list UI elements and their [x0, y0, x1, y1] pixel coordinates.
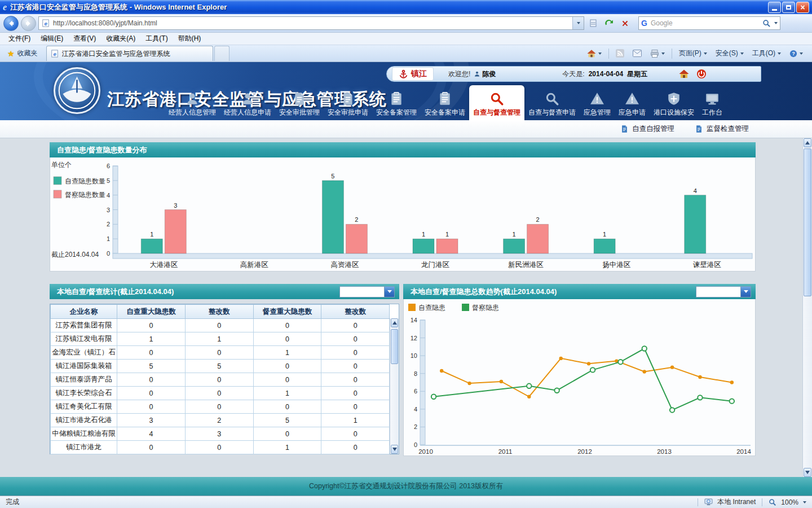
address-dropdown-button[interactable]	[572, 17, 584, 29]
svg-text:高资港区: 高资港区	[330, 261, 359, 269]
menu-edit[interactable]: 编辑(E)	[36, 33, 68, 45]
nav-item-label: 自查与督查管理	[473, 108, 520, 117]
content-scroll-down-button[interactable]	[804, 468, 811, 477]
port-authority-logo	[54, 67, 100, 114]
nav-item-8[interactable]: 自查与督查申请	[524, 85, 580, 120]
nav-item-12[interactable]: 工作台	[698, 85, 726, 120]
table-panel-header: 本地自查/督查统计(截止2014.04.04)	[50, 284, 399, 299]
table-row: 中储粮镇江粮油有限4300	[51, 427, 390, 441]
nav-item-9[interactable]: 应急管理	[580, 85, 615, 120]
svg-text:3: 3	[174, 202, 177, 209]
nav-item-1[interactable]: 经营人信息管理	[165, 85, 220, 120]
tools-menu-button[interactable]: 工具(O)	[749, 47, 784, 60]
table-scrollbar-thumb[interactable]	[391, 329, 398, 364]
read-mail-button[interactable]	[629, 48, 645, 59]
person-icon	[185, 91, 200, 106]
svg-text:1: 1	[445, 231, 449, 238]
nav-item-label: 经营人信息申请	[224, 108, 271, 117]
monitor-icon	[705, 91, 720, 106]
table-filter-select[interactable]	[339, 286, 395, 297]
window-titlebar: e 江苏省港口安全监管与应急管理系统 - Windows Internet Ex…	[0, 0, 812, 14]
help-menu-button[interactable]: ?	[786, 48, 806, 59]
svg-text:2: 2	[355, 216, 358, 223]
nav-item-label: 自查与督查申请	[528, 108, 576, 117]
page-footer: Copyright©江苏省交通规划设计院股份有限公司 2013版权所有	[0, 477, 812, 496]
current-weekday: 星期五	[627, 69, 647, 79]
back-button[interactable]	[3, 16, 19, 31]
chevron-down-icon[interactable]	[740, 287, 751, 297]
nav-item-7[interactable]: 自查与督查管理	[469, 85, 524, 120]
subnav-item-2[interactable]: 监督检查管理	[695, 124, 749, 134]
feeds-button[interactable]	[612, 47, 628, 59]
svg-text:0: 0	[414, 441, 417, 448]
table-panel-title: 本地自查/督查统计(截止2014.04.04)	[57, 287, 174, 297]
nav-item-11[interactable]: 港口设施保安	[650, 85, 698, 120]
safety-menu-button[interactable]: 安全(S)	[712, 47, 747, 60]
subnav-item-1[interactable]: 自查自报管理	[620, 124, 674, 134]
table-scrollbar[interactable]	[390, 318, 399, 454]
svg-text:e: e	[53, 51, 56, 57]
bar-chart: 单位个自查隐患数量督察隐患数量截止2014.04.040123456大港港区13…	[50, 157, 756, 271]
print-button[interactable]	[647, 47, 668, 60]
home-icon	[587, 49, 596, 58]
new-tab-stub[interactable]	[214, 46, 230, 61]
svg-text:12: 12	[411, 335, 417, 341]
svg-text:大港港区: 大港港区	[149, 261, 178, 269]
content-scrollbar-thumb[interactable]	[804, 148, 811, 296]
content-scroll-up-button[interactable]	[804, 138, 811, 147]
svg-text:3: 3	[107, 207, 110, 213]
nav-item-6[interactable]: 安全备案申请	[421, 85, 469, 120]
menu-view[interactable]: 查看(V)	[68, 33, 101, 45]
table-row: 江苏索普集团有限0000	[51, 319, 390, 332]
forward-button[interactable]	[21, 16, 36, 31]
logout-power-icon[interactable]	[696, 69, 707, 79]
compatibility-view-button[interactable]	[586, 16, 600, 30]
svg-text:5: 5	[107, 177, 110, 184]
table-row: 镇江港国际集装箱5500	[51, 360, 390, 373]
address-field[interactable]: e http://localhost:8080/yjpt/Main.html	[38, 16, 584, 30]
table-scroll-down-button[interactable]	[391, 445, 398, 454]
home-button[interactable]	[584, 47, 605, 60]
content-scrollbar[interactable]	[802, 138, 812, 477]
chevron-down-icon[interactable]	[384, 287, 394, 297]
security-zone-label: 本地 Intranet	[717, 497, 756, 507]
close-button[interactable]: ×	[796, 2, 809, 13]
home-shortcut-icon[interactable]	[679, 69, 689, 79]
search-dropdown-icon[interactable]	[774, 22, 778, 24]
nav-item-4[interactable]: 安全审批申请	[324, 85, 372, 120]
welcome-label: 欢迎您!	[448, 69, 470, 79]
zoom-dropdown-icon[interactable]	[803, 501, 806, 503]
nav-item-10[interactable]: 应急申请	[615, 85, 650, 120]
restore-button[interactable]	[782, 2, 795, 13]
svg-text:1: 1	[513, 231, 516, 238]
menu-favorites[interactable]: 收藏夹(A)	[101, 33, 140, 45]
search-icon[interactable]	[762, 19, 771, 28]
zoom-level[interactable]: 100%	[781, 498, 798, 506]
svg-text:4: 4	[414, 406, 417, 413]
minimize-button[interactable]	[768, 2, 781, 13]
menu-help[interactable]: 帮助(H)	[173, 33, 206, 45]
trend-filter-select[interactable]	[696, 286, 751, 297]
browser-tab[interactable]: e 江苏省港口安全监管与应急管理系统	[46, 46, 213, 61]
window-title: 江苏省港口安全监管与应急管理系统 - Windows Internet Expl…	[10, 2, 767, 12]
menu-file[interactable]: 文件(F)	[3, 33, 36, 45]
nav-item-label: 经营人信息管理	[169, 108, 216, 117]
nav-item-3[interactable]: 安全审批管理	[275, 85, 324, 120]
google-logo-icon: G	[641, 19, 647, 28]
nav-item-label: 港口设施保安	[654, 108, 694, 117]
table-scroll-up-button[interactable]	[391, 318, 398, 327]
nav-item-2[interactable]: 经营人信息申请	[220, 85, 275, 120]
user-icon	[474, 71, 480, 77]
trend-chart: 自查隐患督察隐患0246810121420102011201220132014	[403, 299, 756, 456]
magnifier-icon	[545, 91, 559, 106]
svg-text:6: 6	[414, 388, 417, 395]
favorites-button[interactable]: ★ 收藏夹	[2, 47, 43, 60]
refresh-button[interactable]	[602, 16, 616, 30]
nav-item-5[interactable]: 安全备案管理	[372, 85, 421, 120]
date-display: 今天是: 2014-04-04 星期五	[562, 69, 647, 79]
zoom-icon[interactable]	[769, 498, 776, 506]
menu-tools[interactable]: 工具(T)	[140, 33, 173, 45]
stop-button[interactable]	[618, 16, 632, 30]
search-box[interactable]: G Google	[638, 16, 780, 30]
page-menu-button[interactable]: 页面(P)	[676, 47, 710, 60]
